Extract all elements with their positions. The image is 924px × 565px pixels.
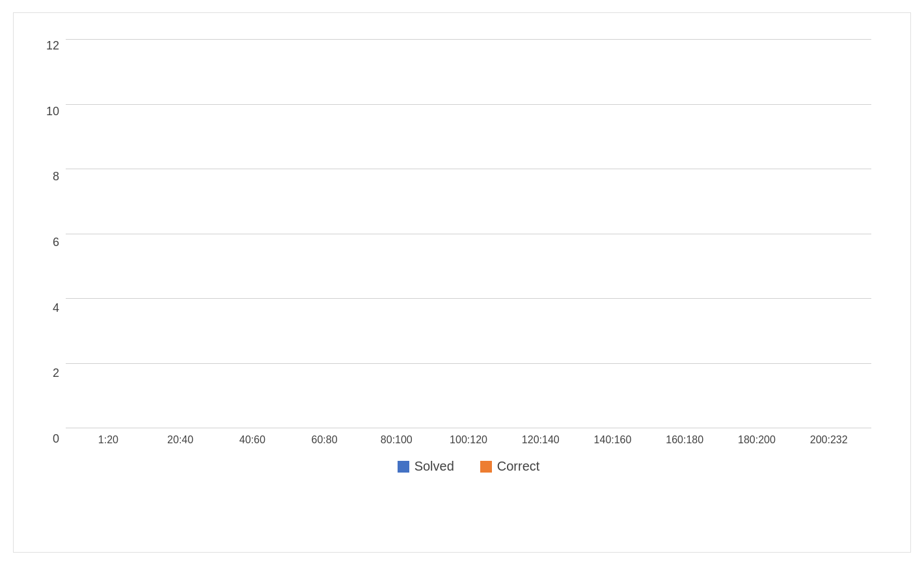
x-axis-label: 160:180 bbox=[649, 434, 721, 446]
x-axis-label: 200:232 bbox=[793, 434, 865, 446]
legend-solved: Solved bbox=[398, 459, 454, 474]
y-axis-label: 10 bbox=[30, 105, 59, 118]
legend-correct-label: Correct bbox=[497, 459, 540, 474]
y-axis-label: 0 bbox=[30, 432, 59, 446]
x-axis-label: 140:160 bbox=[577, 434, 649, 446]
y-axis-label: 2 bbox=[30, 366, 59, 380]
y-axis-label: 4 bbox=[30, 301, 59, 315]
bars-row bbox=[66, 39, 871, 428]
plot-area bbox=[66, 39, 871, 428]
x-axis-label: 180:200 bbox=[721, 434, 793, 446]
x-axis-label: 60:80 bbox=[288, 434, 360, 446]
legend: Solved Correct bbox=[66, 459, 871, 474]
x-axis-label: 80:100 bbox=[360, 434, 433, 446]
x-axis-label: 40:60 bbox=[216, 434, 288, 446]
y-axis: 121086420 bbox=[30, 39, 59, 446]
chart-area: 121086420 1:2020:4040:6060:8080:100100:1… bbox=[66, 39, 871, 446]
y-axis-label: 12 bbox=[30, 39, 59, 53]
legend-correct-icon bbox=[480, 461, 492, 473]
x-axis-label: 120:140 bbox=[504, 434, 577, 446]
x-axis: 1:2020:4040:6060:8080:100100:120120:1401… bbox=[66, 434, 871, 446]
legend-solved-label: Solved bbox=[414, 459, 454, 474]
y-axis-label: 8 bbox=[30, 170, 59, 184]
chart-container: 121086420 1:2020:4040:6060:8080:100100:1… bbox=[13, 12, 911, 553]
legend-correct: Correct bbox=[480, 459, 540, 474]
x-axis-label: 1:20 bbox=[72, 434, 144, 446]
y-axis-label: 6 bbox=[30, 236, 59, 249]
grid-line bbox=[66, 428, 871, 428]
x-axis-label: 20:40 bbox=[144, 434, 217, 446]
x-axis-label: 100:120 bbox=[433, 434, 505, 446]
legend-solved-icon bbox=[398, 461, 409, 473]
